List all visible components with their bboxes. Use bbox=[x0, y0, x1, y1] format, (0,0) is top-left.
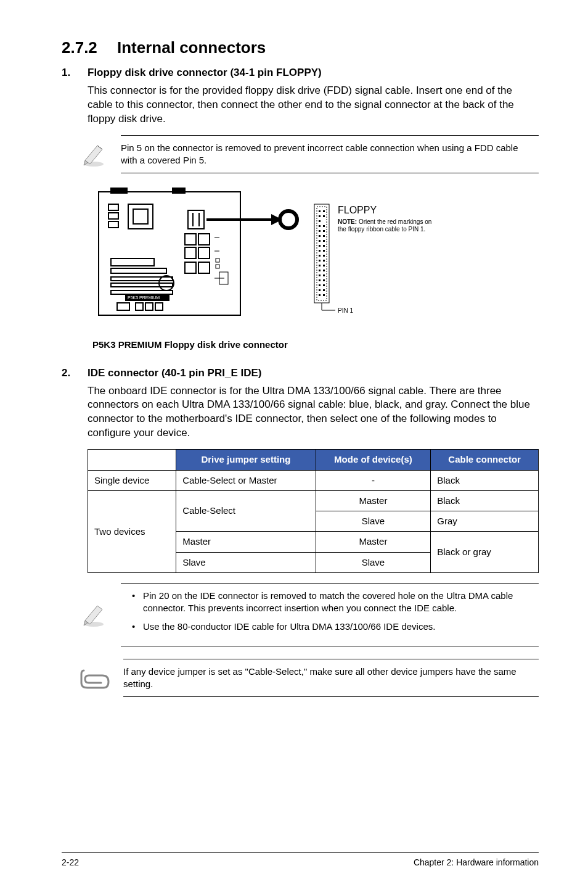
footer-page-number: 2-22 bbox=[62, 857, 79, 868]
svg-rect-53 bbox=[319, 240, 321, 242]
cell: Master bbox=[316, 490, 431, 511]
svg-rect-56 bbox=[323, 245, 325, 247]
item-1-body: This connector is for the provided flopp… bbox=[88, 84, 539, 126]
svg-rect-63 bbox=[319, 265, 321, 266]
item-1-note-block: Pin 5 on the connector is removed to pre… bbox=[80, 135, 539, 174]
figure-caption: P5K3 PREMIUM Floppy disk drive connector bbox=[92, 339, 539, 351]
svg-rect-71 bbox=[319, 284, 321, 286]
svg-rect-47 bbox=[319, 225, 321, 227]
svg-rect-22 bbox=[111, 277, 173, 281]
svg-rect-4 bbox=[173, 188, 185, 193]
svg-rect-58 bbox=[323, 250, 325, 252]
th-cable: Cable connector bbox=[431, 450, 539, 470]
svg-rect-76 bbox=[323, 294, 325, 296]
cell: Two devices bbox=[88, 490, 176, 572]
item-2-final-note-block: If any device jumper is set as "Cable-Se… bbox=[80, 659, 539, 698]
svg-rect-50 bbox=[323, 230, 325, 232]
svg-rect-17 bbox=[185, 262, 196, 273]
svg-rect-33 bbox=[216, 258, 219, 262]
cell: Single device bbox=[88, 470, 176, 490]
cell: Slave bbox=[316, 511, 431, 532]
svg-rect-44 bbox=[319, 215, 321, 217]
svg-rect-28 bbox=[155, 303, 163, 310]
svg-rect-34 bbox=[216, 265, 219, 268]
item-2-title: IDE connector (40-1 pin PRI_E IDE) bbox=[88, 366, 261, 381]
list-item: Use the 80-conductor IDE cable for Ultra… bbox=[132, 621, 536, 633]
svg-rect-48 bbox=[323, 225, 325, 227]
svg-rect-13 bbox=[185, 234, 196, 245]
svg-rect-51 bbox=[319, 235, 321, 237]
list-item: Pin 20 on the IDE connector is removed t… bbox=[132, 590, 536, 615]
svg-text:P5K3 PREMIUM: P5K3 PREMIUM bbox=[128, 295, 160, 300]
fig-floppy-label: FLOPPY bbox=[338, 205, 377, 215]
pencil-icon bbox=[80, 141, 107, 168]
paperclip-icon bbox=[80, 666, 110, 690]
svg-rect-20 bbox=[111, 258, 154, 266]
item-1-title: Floppy disk drive connector (34-1 pin FL… bbox=[88, 66, 322, 80]
svg-rect-26 bbox=[136, 303, 143, 310]
svg-rect-69 bbox=[319, 279, 321, 281]
cell: Slave bbox=[316, 552, 431, 572]
item-1-number: 1. bbox=[62, 66, 88, 80]
svg-rect-64 bbox=[323, 265, 325, 266]
pencil-icon bbox=[80, 601, 107, 628]
section-title: Internal connectors bbox=[117, 38, 266, 57]
item-1-header: 1. Floppy disk drive connector (34-1 pin… bbox=[62, 66, 539, 80]
item-2-bullets: Pin 20 on the IDE connector is removed t… bbox=[121, 583, 539, 646]
svg-rect-59 bbox=[319, 255, 321, 257]
svg-rect-73 bbox=[319, 289, 321, 291]
svg-rect-8 bbox=[108, 213, 118, 219]
svg-rect-60 bbox=[323, 255, 325, 257]
cell: Black or gray bbox=[431, 532, 539, 573]
svg-rect-75 bbox=[319, 294, 321, 296]
svg-rect-18 bbox=[198, 262, 210, 273]
table-row: Drive jumper setting Mode of device(s) C… bbox=[88, 450, 539, 470]
svg-rect-9 bbox=[108, 221, 118, 228]
cell: Slave bbox=[176, 552, 316, 572]
drive-jumper-table: Drive jumper setting Mode of device(s) C… bbox=[88, 449, 539, 573]
item-2-bullets-block: Pin 20 on the IDE connector is removed t… bbox=[80, 583, 539, 646]
svg-rect-6 bbox=[133, 209, 148, 224]
svg-point-39 bbox=[280, 211, 297, 228]
footer-chapter: Chapter 2: Hardware information bbox=[414, 857, 539, 868]
svg-rect-49 bbox=[319, 230, 321, 232]
item-2-number: 2. bbox=[62, 366, 88, 381]
item-2-final-note-text: If any device jumper is set as "Cable-Se… bbox=[123, 659, 539, 698]
section-number: 2.7.2 bbox=[62, 37, 117, 59]
svg-rect-62 bbox=[323, 260, 325, 262]
svg-rect-54 bbox=[323, 240, 325, 242]
svg-rect-27 bbox=[145, 303, 153, 310]
cell: Cable-Select bbox=[176, 490, 316, 532]
table-row: Single device Cable-Select or Master - B… bbox=[88, 470, 539, 490]
svg-rect-43 bbox=[323, 210, 325, 212]
svg-rect-25 bbox=[117, 303, 129, 310]
item-2-body: The onboard IDE connector is for the Ult… bbox=[88, 384, 539, 441]
item-1-note-text: Pin 5 on the connector is removed to pre… bbox=[121, 135, 539, 174]
cell: - bbox=[316, 470, 431, 490]
cell: Gray bbox=[431, 511, 539, 532]
svg-rect-21 bbox=[111, 268, 166, 273]
item-2-header: 2. IDE connector (40-1 pin PRI_E IDE) bbox=[62, 366, 539, 381]
svg-rect-46 bbox=[319, 220, 321, 222]
th-drive-jumper: Drive jumper setting bbox=[176, 450, 316, 470]
svg-rect-57 bbox=[319, 250, 321, 252]
th-mode: Mode of device(s) bbox=[316, 450, 431, 470]
svg-rect-72 bbox=[323, 284, 325, 286]
svg-rect-68 bbox=[323, 274, 325, 276]
svg-rect-5 bbox=[128, 204, 153, 229]
svg-text:NOTE: Orient the red markings : NOTE: Orient the red markings on bbox=[338, 218, 431, 225]
svg-rect-55 bbox=[319, 245, 321, 247]
fig-pin1-label: PIN 1 bbox=[338, 307, 353, 314]
cell: Master bbox=[316, 532, 431, 552]
svg-rect-16 bbox=[198, 247, 210, 258]
fig-note-rest-a: Orient the red markings on bbox=[359, 218, 431, 225]
svg-rect-67 bbox=[319, 274, 321, 276]
svg-rect-41 bbox=[317, 207, 327, 300]
cell: Black bbox=[431, 470, 539, 490]
svg-rect-14 bbox=[198, 234, 210, 245]
svg-rect-65 bbox=[319, 270, 321, 271]
cell: Black bbox=[431, 490, 539, 511]
floppy-figure: P5K3 PREMIUM bbox=[92, 186, 539, 328]
cell: Cable-Select or Master bbox=[176, 470, 316, 490]
svg-rect-23 bbox=[111, 283, 173, 287]
